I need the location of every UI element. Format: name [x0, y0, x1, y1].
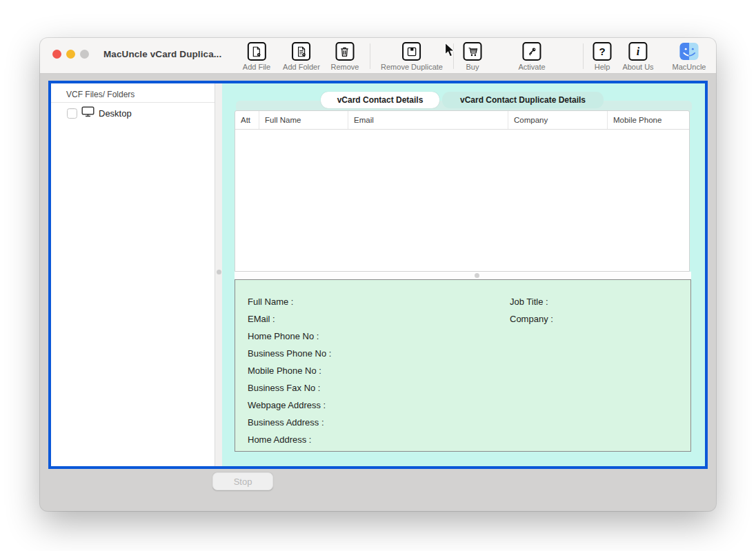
- macuncle-button[interactable]: MacUncle: [673, 42, 706, 71]
- vertical-splitter[interactable]: [215, 83, 222, 466]
- finder-face-icon: [679, 42, 699, 61]
- field-business-phone: Business Phone No :: [248, 348, 331, 359]
- vcf-files-sidebar: VCF Files/ Folders Desktop: [51, 83, 215, 466]
- table-header-row: Att Full Name Email Company Mobile Phone: [235, 111, 689, 130]
- buy-button[interactable]: Buy: [464, 42, 482, 71]
- contacts-pane: vCard Contact Details vCard Contact Dupl…: [222, 83, 705, 466]
- contact-details-panel: Full Name : EMail : Home Phone No : Busi…: [235, 279, 691, 452]
- column-header-mobile-phone: Mobile Phone: [607, 111, 689, 129]
- add-file-label: Add File: [243, 63, 270, 71]
- info-icon: i: [629, 42, 648, 61]
- field-mobile-phone: Mobile Phone No :: [248, 365, 321, 376]
- add-folder-icon: [292, 42, 311, 61]
- macuncle-label: MacUncle: [673, 63, 706, 71]
- field-job-title: Job Title :: [510, 297, 548, 307]
- field-home-phone: Home Phone No :: [248, 331, 319, 341]
- mouse-cursor: [444, 42, 456, 61]
- about-us-label: About Us: [622, 63, 653, 71]
- remove-label: Remove: [331, 63, 359, 71]
- activate-label: Activate: [518, 63, 545, 71]
- field-home-address: Home Address :: [248, 434, 312, 445]
- field-email: EMail :: [248, 314, 275, 324]
- desktop-monitor-icon: [81, 106, 94, 120]
- tree-item-desktop[interactable]: Desktop: [51, 106, 132, 121]
- add-file-button[interactable]: Add File: [243, 42, 270, 71]
- column-header-full-name: Full Name: [259, 111, 348, 129]
- info-glyph: i: [637, 46, 639, 57]
- stop-button[interactable]: Stop: [212, 472, 273, 490]
- minimize-button[interactable]: [66, 50, 75, 59]
- toolbar-separator: [370, 43, 370, 69]
- field-full-name: Full Name :: [248, 297, 293, 307]
- tab-vcard-contact-details[interactable]: vCard Contact Details: [321, 92, 439, 108]
- remove-duplicate-button[interactable]: Remove Duplicate: [381, 42, 443, 71]
- floppy-disk-icon: [403, 42, 421, 61]
- help-button[interactable]: ? Help: [593, 42, 612, 71]
- activate-button[interactable]: Activate: [518, 42, 545, 71]
- remove-duplicate-label: Remove Duplicate: [381, 63, 443, 71]
- splitter-handle-dot[interactable]: [217, 270, 221, 274]
- add-folder-button[interactable]: Add Folder: [283, 42, 320, 71]
- zoom-button-disabled: [80, 50, 89, 59]
- horizontal-splitter[interactable]: [235, 272, 691, 279]
- sidebar-divider: [51, 102, 215, 103]
- close-button[interactable]: [52, 50, 61, 59]
- question-mark-icon: ?: [593, 42, 612, 61]
- app-window: MacUncle vCard Duplica... Add File: [40, 38, 716, 511]
- column-header-att: Att: [235, 111, 259, 129]
- add-folder-label: Add Folder: [283, 63, 320, 71]
- trash-icon: [336, 42, 355, 61]
- main-content-area: VCF Files/ Folders Desktop vCar: [48, 81, 708, 469]
- field-webpage-address: Webpage Address :: [248, 400, 326, 410]
- add-file-icon: [247, 42, 266, 61]
- tab-vcard-contact-duplicate-details[interactable]: vCard Contact Duplicate Details: [442, 92, 604, 108]
- sidebar-header: VCF Files/ Folders: [66, 90, 135, 99]
- about-us-button[interactable]: i About Us: [622, 42, 653, 71]
- key-icon: [522, 42, 541, 61]
- shopping-cart-icon: [464, 42, 482, 61]
- column-header-company: Company: [508, 111, 607, 129]
- column-header-email: Email: [348, 111, 508, 129]
- remove-button[interactable]: Remove: [331, 42, 359, 71]
- desktop-checkbox[interactable]: [67, 108, 77, 119]
- title-bar: MacUncle vCard Duplica... Add File: [40, 38, 716, 74]
- splitter-handle-dot[interactable]: [475, 273, 479, 278]
- toolbar-separator: [583, 43, 584, 69]
- field-business-address: Business Address :: [248, 417, 324, 428]
- contacts-table: Att Full Name Email Company Mobile Phone: [235, 110, 690, 272]
- buy-label: Buy: [466, 63, 479, 71]
- window-title: MacUncle vCard Duplica...: [103, 49, 221, 59]
- field-business-fax: Business Fax No :: [248, 383, 321, 393]
- help-label: Help: [595, 63, 610, 71]
- help-glyph: ?: [599, 46, 605, 57]
- field-company: Company :: [510, 314, 553, 324]
- desktop-label: Desktop: [99, 108, 132, 119]
